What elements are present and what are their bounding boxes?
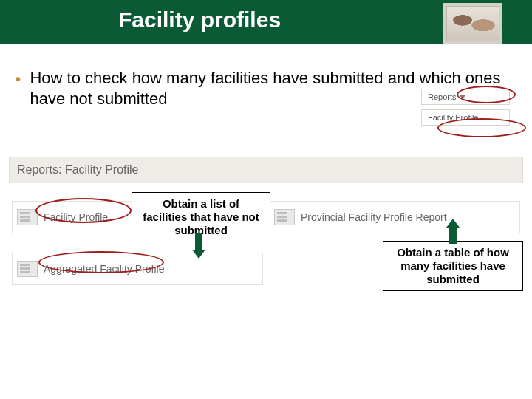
arrow-up-icon [446,219,460,244]
header-photo [443,3,502,44]
page-icon [17,261,38,277]
arrow-down-icon [192,233,205,259]
reports-label: Reports [428,92,457,101]
reports-section-bar: Reports: Facility Profile [9,157,523,183]
page-icon [17,209,38,225]
slide-title: Facility profiles [118,7,281,33]
slide-header: Facility profiles [0,0,532,44]
annotation-oval-facility-profile [437,118,526,137]
annotation-oval-reports [457,86,516,103]
card-provincial-label: Provincial Facility Profile Report [301,211,447,223]
card-provincial-facility-profile-report[interactable]: Provincial Facility Profile Report [269,201,520,233]
annotation-oval-aggregated-card [38,251,164,273]
bullet-icon: ● [15,72,21,84]
reports-section-title: Reports: Facility Profile [17,163,139,177]
annotation-oval-facility-profile-card [35,198,132,223]
callout-submitted-count: Obtain a table of how many facilities ha… [383,241,523,291]
page-icon [274,209,295,225]
